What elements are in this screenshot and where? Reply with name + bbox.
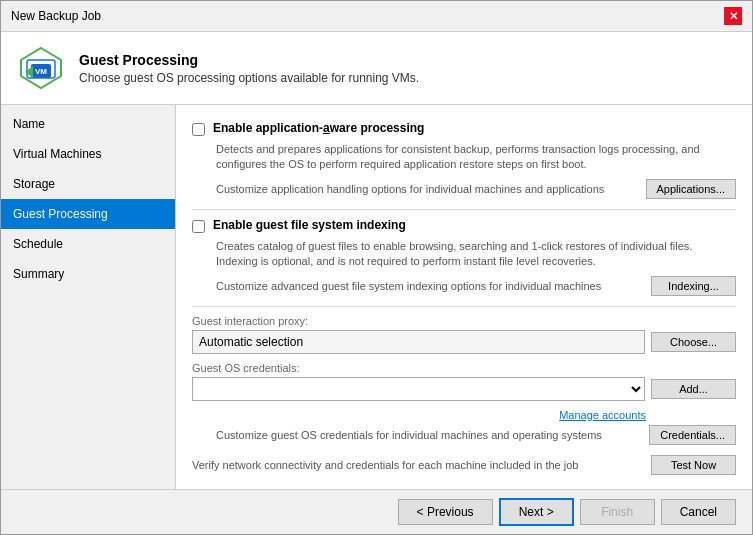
cancel-button[interactable]: Cancel [661, 499, 736, 525]
app-aware-customize-text: Customize application handling options f… [216, 183, 604, 195]
guest-credentials-select[interactable] [192, 377, 645, 401]
app-aware-customize: Customize application handling options f… [216, 179, 736, 199]
credentials-customize-text: Customize guest OS credentials for indiv… [216, 429, 602, 441]
guest-credentials-row: Add... [192, 377, 736, 401]
guest-proxy-row: Choose... [192, 330, 736, 354]
header-description: Choose guest OS processing options avail… [79, 71, 419, 85]
sidebar-item-summary[interactable]: Summary [1, 259, 175, 289]
app-aware-checkbox[interactable] [192, 123, 205, 136]
svg-marker-4 [25, 66, 33, 78]
header-section: VM Guest Processing Choose guest OS proc… [1, 32, 752, 105]
credentials-button[interactable]: Credentials... [649, 425, 736, 445]
sidebar-item-schedule[interactable]: Schedule [1, 229, 175, 259]
guest-proxy-group: Guest interaction proxy: Choose... [192, 315, 736, 354]
credentials-customize: Customize guest OS credentials for indiv… [216, 425, 736, 445]
applications-button[interactable]: Applications... [646, 179, 736, 199]
sidebar-item-virtual-machines[interactable]: Virtual Machines [1, 139, 175, 169]
guest-proxy-label: Guest interaction proxy: [192, 315, 736, 327]
divider-1 [192, 209, 736, 210]
previous-button[interactable]: < Previous [398, 499, 493, 525]
vm-icon: VM [17, 44, 65, 92]
verify-text: Verify network connectivity and credenti… [192, 459, 641, 471]
app-aware-row: Enable application-aware processing [192, 121, 736, 136]
content-area: Name Virtual Machines Storage Guest Proc… [1, 105, 752, 489]
dialog-title: New Backup Job [11, 9, 101, 23]
file-indexing-checkbox[interactable] [192, 220, 205, 233]
app-aware-title: Enable application-aware processing [213, 121, 424, 135]
finish-button[interactable]: Finish [580, 499, 655, 525]
file-indexing-desc: Creates catalog of guest files to enable… [216, 239, 736, 270]
verify-row: Verify network connectivity and credenti… [192, 455, 736, 475]
divider-2 [192, 306, 736, 307]
footer: < Previous Next > Finish Cancel [1, 489, 752, 534]
new-backup-job-dialog: New Backup Job ✕ VM Guest Processing Cho… [0, 0, 753, 535]
guest-credentials-group: Guest OS credentials: Add... [192, 362, 736, 401]
add-button[interactable]: Add... [651, 379, 736, 399]
close-button[interactable]: ✕ [724, 7, 742, 25]
indexing-button[interactable]: Indexing... [651, 276, 736, 296]
app-aware-desc: Detects and prepares applications for co… [216, 142, 736, 173]
file-indexing-row: Enable guest file system indexing [192, 218, 736, 233]
header-text: Guest Processing Choose guest OS process… [79, 52, 419, 85]
svg-text:VM: VM [35, 67, 47, 76]
guest-credentials-label: Guest OS credentials: [192, 362, 736, 374]
title-bar: New Backup Job ✕ [1, 1, 752, 32]
file-indexing-customize: Customize advanced guest file system ind… [216, 276, 736, 296]
sidebar-item-storage[interactable]: Storage [1, 169, 175, 199]
next-button[interactable]: Next > [499, 498, 574, 526]
file-indexing-title: Enable guest file system indexing [213, 218, 406, 232]
sidebar-item-guest-processing[interactable]: Guest Processing [1, 199, 175, 229]
sidebar-item-name[interactable]: Name [1, 109, 175, 139]
choose-button[interactable]: Choose... [651, 332, 736, 352]
manage-accounts-link[interactable]: Manage accounts [192, 409, 646, 421]
guest-proxy-input[interactable] [192, 330, 645, 354]
header-title: Guest Processing [79, 52, 419, 68]
header-icon: VM [17, 44, 65, 92]
main-content: Enable application-aware processing Dete… [176, 105, 752, 489]
file-indexing-customize-text: Customize advanced guest file system ind… [216, 280, 601, 292]
sidebar: Name Virtual Machines Storage Guest Proc… [1, 105, 176, 489]
test-now-button[interactable]: Test Now [651, 455, 736, 475]
